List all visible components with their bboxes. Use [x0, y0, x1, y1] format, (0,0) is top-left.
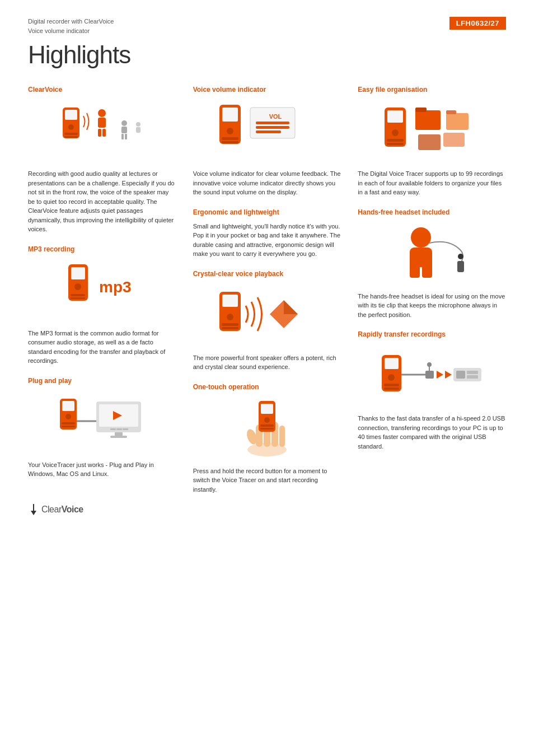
text-onetouch: Press and hold the record button for a m… — [193, 466, 341, 494]
svg-rect-18 — [71, 294, 85, 296]
svg-rect-44 — [256, 130, 281, 133]
svg-rect-86 — [425, 371, 434, 379]
svg-rect-14 — [136, 127, 140, 133]
svg-rect-71 — [446, 110, 456, 114]
svg-rect-78 — [457, 261, 464, 272]
text-mp3: The MP3 format is the common audio forma… — [28, 329, 176, 366]
svg-marker-51 — [284, 300, 298, 314]
svg-rect-66 — [387, 139, 404, 142]
svg-rect-69 — [415, 108, 427, 112]
column-2: Voice volume indicator VOL — [193, 86, 341, 500]
onetouch-image — [193, 396, 341, 458]
section-onetouch: One-touch operation — [193, 383, 341, 494]
svg-rect-8 — [102, 129, 106, 137]
section-plugplay: Plug and play — [28, 377, 176, 479]
footer: ClearVoice — [28, 503, 83, 516]
mp3-image: mp3 — [28, 259, 176, 320]
heading-rapidly: Rapidly transfer recordings — [358, 330, 506, 338]
svg-rect-70 — [446, 113, 469, 130]
svg-rect-7 — [98, 129, 101, 137]
header: Digital recorder with ClearVoice Voice v… — [28, 17, 506, 35]
text-handsfree: The hands-free headset is ideal for usin… — [358, 292, 506, 320]
plugplay-svg — [51, 393, 152, 449]
heading-ergonomic: Ergonomic and lightweight — [193, 208, 341, 216]
section-ergonomic: Ergonomic and lightweight Small and ligh… — [193, 208, 341, 259]
svg-rect-62 — [260, 428, 274, 430]
section-voicevol: Voice volume indicator VOL — [193, 86, 341, 197]
handsfree-svg — [376, 222, 488, 283]
svg-rect-42 — [256, 122, 289, 124]
svg-rect-31 — [116, 428, 122, 430]
heading-onetouch: One-touch operation — [193, 383, 341, 391]
onetouch-svg — [228, 396, 306, 458]
svg-point-13 — [136, 122, 140, 127]
text-easyfile: The Digital Voice Tracer supports up to … — [358, 169, 506, 197]
text-voicevol: Voice volume indicator for clear volume … — [193, 169, 341, 197]
clearvoice-arrow-icon — [28, 503, 39, 516]
svg-rect-12 — [125, 134, 127, 139]
svg-rect-92 — [456, 371, 465, 379]
text-rapidly: Thanks to the fast data transfer of a hi… — [358, 414, 506, 451]
svg-marker-89 — [437, 371, 443, 379]
svg-rect-32 — [123, 428, 128, 430]
svg-rect-68 — [415, 110, 441, 130]
heading-handsfree: Hands-free headset included — [358, 208, 506, 216]
svg-rect-49 — [222, 327, 238, 329]
voicevol-image: VOL — [193, 99, 341, 161]
svg-rect-10 — [121, 127, 127, 133]
svg-rect-46 — [222, 295, 238, 307]
heading-mp3: MP3 recording — [28, 245, 176, 253]
svg-marker-90 — [445, 371, 452, 379]
text-plugplay: Your VoiceTracer just works - Plug and P… — [28, 460, 176, 479]
svg-rect-3 — [64, 133, 78, 135]
svg-point-9 — [121, 120, 127, 126]
svg-rect-64 — [387, 110, 403, 123]
rapidly-image — [358, 344, 506, 405]
section-rapidly: Rapidly transfer recordings — [358, 330, 506, 451]
svg-rect-16 — [71, 267, 85, 279]
heading-crystal: Crystal-clear voice playback — [193, 270, 341, 278]
svg-point-79 — [458, 254, 463, 259]
svg-point-88 — [427, 362, 432, 367]
svg-rect-19 — [71, 297, 85, 299]
svg-text:VOL: VOL — [269, 113, 282, 120]
heading-voicevol: Voice volume indicator — [193, 86, 341, 94]
easyfile-svg — [376, 102, 488, 158]
text-ergonomic: Small and lightweight, you'll hardly not… — [193, 222, 341, 259]
svg-rect-39 — [222, 141, 238, 143]
svg-rect-76 — [410, 261, 420, 278]
text-crystal: The more powerful front speaker offers a… — [193, 353, 341, 372]
section-mp3: MP3 recording mp3 The MP3 format is the … — [28, 245, 176, 366]
footer-brand: ClearVoice — [41, 505, 83, 515]
subtitle-line2: Voice volume indicator — [28, 26, 114, 36]
svg-rect-24 — [62, 422, 75, 424]
svg-point-2 — [68, 124, 74, 130]
svg-point-23 — [65, 414, 71, 419]
heading-easyfile: Easy file organisation — [358, 86, 506, 94]
svg-rect-25 — [62, 426, 75, 427]
svg-rect-36 — [222, 108, 238, 122]
svg-point-47 — [227, 314, 233, 320]
section-handsfree: Hands-free headset included — [358, 208, 506, 320]
svg-rect-4 — [64, 136, 78, 138]
svg-point-74 — [411, 227, 431, 248]
crystal-svg — [211, 286, 323, 342]
svg-rect-84 — [384, 388, 399, 390]
clearvoice-svg — [51, 102, 152, 158]
svg-point-17 — [74, 283, 81, 290]
clearvoice-image — [28, 99, 176, 161]
voicevol-svg: VOL — [211, 102, 323, 158]
svg-rect-67 — [387, 143, 404, 145]
text-clearvoice: Recording with good audio quality at lec… — [28, 169, 176, 234]
subtitle-line1: Digital recorder with ClearVoice — [28, 17, 114, 26]
svg-rect-59 — [261, 404, 273, 414]
column-1: ClearVoice — [28, 86, 176, 500]
svg-point-37 — [227, 128, 233, 134]
svg-rect-33 — [115, 432, 123, 436]
svg-rect-94 — [467, 375, 478, 379]
svg-text:mp3: mp3 — [99, 278, 132, 296]
svg-point-60 — [264, 417, 270, 423]
crystal-image — [193, 283, 341, 345]
model-number: LFH0632/27 — [449, 17, 506, 30]
column-3: Easy file organisation — [358, 86, 506, 500]
